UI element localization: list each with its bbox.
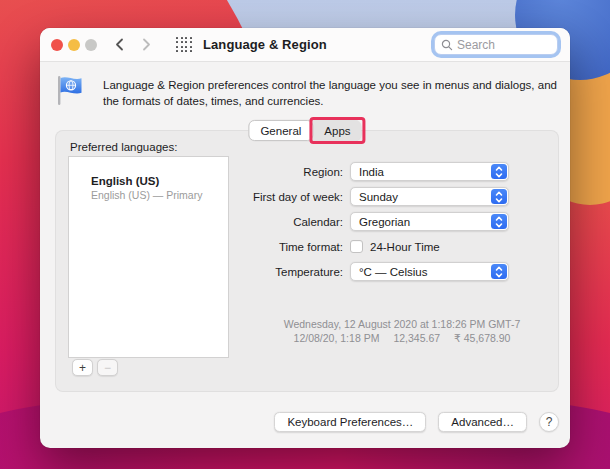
popup-stepper-icon bbox=[491, 189, 507, 204]
keyboard-preferences-button[interactable]: Keyboard Preferences… bbox=[274, 412, 426, 432]
region-row: Region: India bbox=[160, 162, 520, 181]
calendar-label: Calendar: bbox=[160, 216, 350, 228]
region-label: Region: bbox=[160, 166, 350, 178]
calendar-row: Calendar: Gregorian bbox=[160, 212, 520, 231]
tab-bar: General Apps bbox=[248, 120, 361, 141]
search-icon bbox=[441, 39, 453, 51]
show-all-grid-icon[interactable] bbox=[176, 37, 192, 53]
region-popup[interactable]: India bbox=[350, 162, 509, 181]
preview-short-date: 12/08/20, 1:18 PM bbox=[294, 332, 380, 344]
tab-general-label: General bbox=[260, 125, 301, 137]
back-icon[interactable] bbox=[109, 34, 129, 56]
preview-examples: 12/08/20, 1:18 PM12,345.67₹ 45,678.90 bbox=[220, 332, 584, 346]
advanced-button[interactable]: Advanced… bbox=[438, 412, 527, 432]
region-value: India bbox=[359, 166, 384, 178]
add-language-button[interactable]: + bbox=[72, 359, 93, 376]
remove-language-button: − bbox=[97, 359, 118, 376]
titlebar: Language & Region bbox=[40, 28, 570, 62]
close-button[interactable] bbox=[51, 39, 63, 51]
language-region-window: Language & Region Language & Region pref… bbox=[40, 28, 570, 448]
popup-stepper-icon bbox=[491, 214, 507, 229]
forward-icon[interactable] bbox=[136, 34, 156, 56]
first-day-popup[interactable]: Sunday bbox=[350, 187, 509, 206]
window-title: Language & Region bbox=[203, 37, 327, 52]
format-preview: Wednesday, 12 August 2020 at 1:18:26 PM … bbox=[220, 318, 584, 345]
preferred-languages-label: Preferred languages: bbox=[70, 141, 177, 153]
region-form: Region: India First day of week: Sunday … bbox=[160, 162, 520, 287]
calendar-popup[interactable]: Gregorian bbox=[350, 212, 509, 231]
first-day-value: Sunday bbox=[359, 191, 398, 203]
24-hour-checkbox-label: 24-Hour Time bbox=[370, 241, 440, 253]
first-day-label: First day of week: bbox=[160, 191, 350, 203]
preview-currency: ₹ 45,678.90 bbox=[454, 332, 510, 344]
temperature-label: Temperature: bbox=[160, 266, 350, 278]
language-region-flag-icon bbox=[55, 74, 85, 108]
first-day-row: First day of week: Sunday bbox=[160, 187, 520, 206]
traffic-lights bbox=[51, 39, 97, 51]
help-button[interactable]: ? bbox=[539, 412, 559, 432]
search-input[interactable] bbox=[457, 38, 549, 52]
tab-apps-label: Apps bbox=[324, 125, 350, 137]
calendar-value: Gregorian bbox=[359, 216, 410, 228]
temperature-value: °C — Celsius bbox=[359, 266, 428, 278]
search-field[interactable] bbox=[434, 34, 558, 55]
tab-apps[interactable]: Apps bbox=[313, 120, 361, 141]
24-hour-checkbox[interactable] bbox=[350, 240, 363, 253]
popup-stepper-icon bbox=[491, 164, 507, 179]
popup-stepper-icon bbox=[491, 264, 507, 279]
preview-full-date: Wednesday, 12 August 2020 at 1:18:26 PM … bbox=[220, 318, 584, 332]
temperature-row: Temperature: °C — Celsius bbox=[160, 262, 520, 281]
list-edit-buttons: + − bbox=[72, 359, 118, 376]
minimize-button[interactable] bbox=[68, 39, 80, 51]
time-format-label: Time format: bbox=[160, 241, 350, 253]
tab-general[interactable]: General bbox=[248, 120, 313, 141]
temperature-popup[interactable]: °C — Celsius bbox=[350, 262, 509, 281]
preview-number: 12,345.67 bbox=[393, 332, 440, 344]
time-format-row: Time format: 24-Hour Time bbox=[160, 237, 520, 256]
footer-bar: Keyboard Preferences… Advanced… ? bbox=[274, 412, 559, 432]
zoom-button bbox=[85, 39, 97, 51]
preferences-description: Language & Region preferences control th… bbox=[103, 77, 563, 109]
